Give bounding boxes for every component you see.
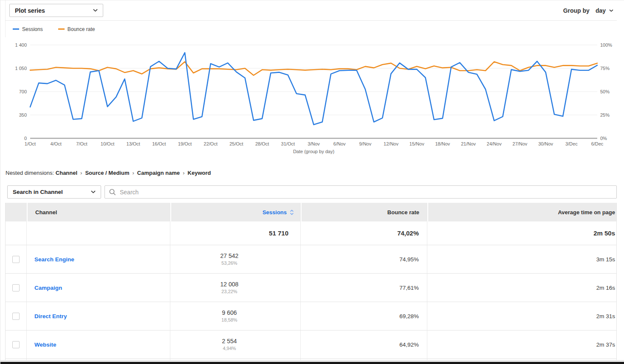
search-scope-dropdown[interactable]: Search in Channel [7,185,101,199]
row-checkbox[interactable] [12,284,20,291]
sessions-percent: 53,26% [221,260,237,266]
x-axis-tick-label: 7/Oct [76,141,87,146]
bounce-rate-value: 77,61% [301,274,427,302]
summary-average-time: 2m 50s [427,221,616,245]
column-header-average-time-on-page[interactable]: Average time on page [427,203,616,221]
search-icon [109,189,116,196]
chart-legend: Sessions Bounce rate [5,21,617,37]
x-axis-tick-label: 1/Oct [25,141,36,146]
x-axis-tick-label: 6/Dec [591,141,604,146]
nested-dimension-source-medium[interactable]: Source / Medium [85,170,129,176]
separator: › [183,170,184,176]
x-axis-tick-label: 3/Nov [308,141,320,146]
sessions-value: 12 008 [220,280,239,288]
bounce-rate-value: 74,95% [301,245,427,273]
group-by-control: Group by day [563,7,613,14]
search-row: Search in Channel [5,185,617,199]
sessions-cell: 9 606 18,58% [170,302,301,330]
select-all-header-cell [6,203,27,221]
bounce-rate-value: 69,28% [301,302,427,330]
sessions-color-swatch [13,28,19,30]
sessions-percent: 4,94% [223,345,236,352]
nested-dimension-channel[interactable]: Channel [56,170,77,176]
legend-item-sessions[interactable]: Sessions [13,26,43,32]
legend-label: Sessions [22,26,43,32]
search-box [104,185,617,199]
nested-dimension-campaign-name[interactable]: Campaign name [137,170,180,176]
chevron-down-icon [609,9,613,12]
y-axis-tick-label: 1 400 [15,42,27,48]
group-by-dropdown[interactable]: day [596,7,613,14]
table-row: Search Engine 27 542 53,26% 74,95% 3m 15… [6,245,616,274]
group-by-value: day [596,7,606,14]
search-input[interactable] [120,189,612,196]
x-axis-tick-label: 27/Nov [513,141,528,146]
y-axis-tick-label: 700 [19,89,27,94]
column-header-bounce-rate[interactable]: Bounce rate [301,203,427,221]
chevron-down-icon [93,9,98,12]
chevron-down-icon [91,190,96,193]
average-time-value: 2m 31s [427,302,616,330]
x-axis-tick-label: 3/Dec [565,141,578,146]
search-scope-label: Search in Channel [13,189,63,195]
x-axis-tick-label: 31/Oct [281,141,295,146]
average-time-value: 3m 15s [427,245,616,273]
summary-sessions: 51 710 [170,221,301,245]
column-header-channel[interactable]: Channel [27,203,170,221]
x-axis-tick-label: 12/Nov [384,141,398,146]
x-axis-tick-label: 16/Oct [152,141,166,146]
y2-axis-tick-label: 100% [600,42,612,48]
bounce-rate-color-swatch [58,28,65,30]
x-axis-title: Date (group by day) [293,149,334,154]
x-axis-tick-label: 18/Nov [435,141,450,146]
sessions-value: 27 542 [220,252,239,260]
x-axis-tick-label: 15/Nov [409,141,424,146]
column-header-sessions[interactable]: Sessions [170,203,301,221]
sessions-cell: 2 554 4,94% [170,330,301,358]
channel-link[interactable]: Website [27,342,56,348]
channel-link[interactable]: Campaign [27,285,62,291]
row-checkbox[interactable] [12,313,20,320]
channel-link[interactable]: Direct Entry [27,313,67,319]
sessions-percent: 23,22% [221,288,237,295]
x-axis-tick-label: 22/Oct [204,141,217,146]
table-row: Website 2 554 4,94% 64,92% 2m 37s [6,330,616,359]
separator: › [80,170,82,176]
channels-table: Channel Sessions Bounce rate Average tim… [5,203,617,362]
row-checkbox[interactable] [12,256,20,263]
x-axis-tick-label: 13/Oct [127,141,140,146]
summary-bounce-rate: 74,02% [301,221,427,245]
sessions-value: 9 606 [222,309,237,317]
channel-link[interactable]: Search Engine [27,256,74,263]
x-axis-tick-label: 24/Nov [487,141,502,146]
y2-axis-tick-label: 50% [600,89,610,94]
bottom-edge [0,360,624,364]
y-axis-tick-label: 0 [24,136,27,141]
sessions-value: 2 554 [222,337,237,345]
x-axis-tick-label: 25/Oct [229,141,243,146]
x-axis-tick-label: 4/Oct [51,141,62,146]
sessions-percent: 18,58% [221,317,237,323]
y-axis-tick-label: 350 [19,112,27,118]
plot-series-dropdown[interactable]: Plot series [9,4,103,17]
x-axis-tick-label: 10/Oct [101,141,114,146]
row-checkbox[interactable] [12,341,20,348]
y2-axis-tick-label: 75% [600,66,610,71]
legend-item-bounce-rate[interactable]: Bounce rate [58,26,95,32]
nested-dimensions-label: Nested dimensions: [6,170,54,176]
x-axis-tick-label: 19/Oct [178,141,192,146]
sessions-cell: 12 008 23,22% [170,274,301,302]
table-row: Direct Entry 9 606 18,58% 69,28% 2m 31s [6,302,616,330]
y-axis-tick-label: 1 050 [15,66,27,71]
series-line-sessions [30,53,597,125]
y2-axis-tick-label: 25% [600,112,610,118]
x-axis-tick-label: 30/Nov [538,141,553,146]
average-time-value: 2m 37s [427,330,616,358]
sessions-bounce-rate-chart: 1 400100%1 05075%70050%35025%00%1/Oct4/O… [5,37,617,155]
average-time-value: 2m 16s [427,274,616,302]
plot-series-label: Plot series [15,7,45,14]
table-header-row: Channel Sessions Bounce rate Average tim… [6,203,616,221]
table-summary-row: 51 710 74,02% 2m 50s [6,221,616,245]
nested-dimension-keyword[interactable]: Keyword [188,170,211,176]
table-row: Campaign 12 008 23,22% 77,61% 2m 16s [6,274,616,302]
